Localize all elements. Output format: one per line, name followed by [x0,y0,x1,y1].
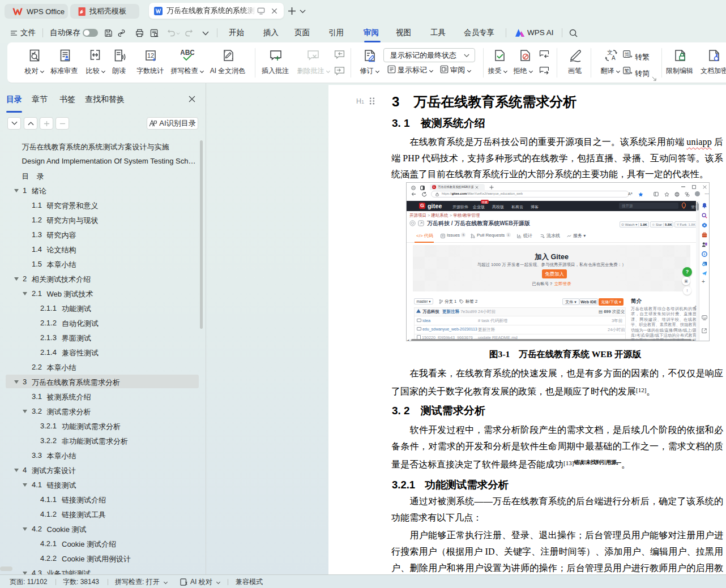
svg-text:A: A [612,55,616,61]
svg-text:简: 简 [625,51,629,57]
svg-text:ABC: ABC [181,49,194,57]
svg-text:12: 12 [147,52,154,59]
svg-text:繁: 繁 [625,68,629,74]
